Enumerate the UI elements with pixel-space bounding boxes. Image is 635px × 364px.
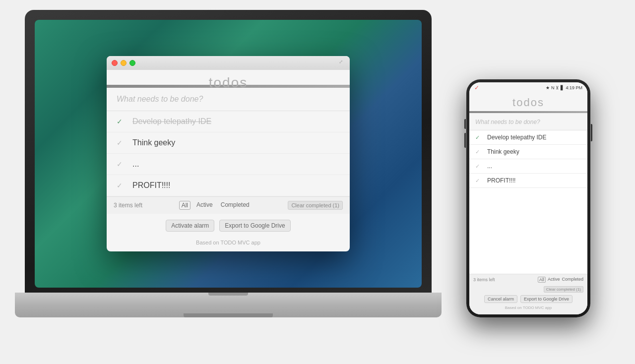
phone-check-icon: ✓ xyxy=(475,163,483,170)
mac-footer-credit: Based on TODO MVC app xyxy=(107,238,350,251)
resize-icon[interactable]: ⤢ xyxy=(339,59,346,66)
phone-input-area[interactable]: What needs to be done? xyxy=(469,113,587,130)
power-button[interactable] xyxy=(591,124,592,141)
nfc-icon: N xyxy=(551,85,555,90)
filter-active-button[interactable]: Active xyxy=(194,201,215,210)
mac-window: ⤢ todos What needs to be done? xyxy=(107,56,350,251)
todo-item[interactable]: ✓ Think geeky xyxy=(107,132,350,154)
phone-cancel-alarm-button[interactable]: Cancel alarm xyxy=(484,295,517,303)
activate-alarm-button[interactable]: Activate alarm xyxy=(166,220,214,232)
todo-item[interactable]: ✓ ... xyxy=(107,154,350,175)
todo-item[interactable]: ✓ PROFIT!!!! xyxy=(107,175,350,196)
phone-footer-credit: Based on TODO MVC app xyxy=(473,304,583,312)
phone-check-icon: ✓ xyxy=(475,134,483,141)
items-left-label: 3 items left xyxy=(114,202,142,209)
filter-all-button[interactable]: All xyxy=(179,201,190,210)
wifi-icon: ⊻ xyxy=(556,85,559,90)
clear-completed-button[interactable]: Clear completed (1) xyxy=(288,201,343,210)
phone-clear-completed-button[interactable]: Clear completed (1) xyxy=(544,286,583,293)
laptop-device: ⤢ todos What needs to be done? xyxy=(25,10,432,347)
phone-todo-item[interactable]: ✓ Think geeky xyxy=(469,145,587,159)
phone-todo-item[interactable]: ✓ ... xyxy=(469,159,587,174)
phone-device: ✓ ★ N ⊻ ▋ 4:19 PM todos What needs to be… xyxy=(466,79,590,317)
laptop-screen: ⤢ todos What needs to be done? xyxy=(35,20,422,288)
footer-credit-text: Based on TODO MVC app xyxy=(196,240,260,245)
mac-app-title: todos xyxy=(209,70,248,95)
laptop-body: ⤢ todos What needs to be done? xyxy=(25,10,432,293)
phone-action-buttons: Cancel alarm Export to Google Drive xyxy=(473,293,583,304)
phone-todo-item-text: ... xyxy=(487,163,492,170)
mac-maximize-button[interactable] xyxy=(129,60,135,66)
signal-icon: ▋ xyxy=(561,85,564,90)
phone-statusbar-left: ✓ xyxy=(474,84,479,91)
mac-minimize-button[interactable] xyxy=(121,60,127,66)
phone-filter-group: All Active Completed xyxy=(538,277,583,283)
phone-screen: ✓ ★ N ⊻ ▋ 4:19 PM todos What needs to be… xyxy=(469,82,587,314)
volume-down-button[interactable] xyxy=(464,133,466,148)
todo-item[interactable]: ✓ Develop telepathy IDE xyxy=(107,111,350,132)
todo-list: ✓ Develop telepathy IDE ✓ Think geeky ✓ xyxy=(107,111,350,196)
phone-todo-item[interactable]: ✓ Develop telepathy IDE xyxy=(469,130,587,145)
volume-up-button[interactable] xyxy=(464,119,466,129)
filter-completed-button[interactable]: Completed xyxy=(219,201,252,210)
check-icon: ✓ xyxy=(117,182,127,189)
mac-close-button[interactable] xyxy=(112,60,118,66)
phone-filter-completed-button[interactable]: Completed xyxy=(562,277,583,283)
mac-action-buttons: Activate alarm Export to Google Drive xyxy=(107,214,350,238)
phone-todo-list: ✓ Develop telepathy IDE ✓ Think geeky ✓ … xyxy=(469,130,587,274)
phone-footer-credit-text: Based on TODO MVC app xyxy=(505,305,552,310)
phone-footer-top: 3 items left All Active Completed xyxy=(473,277,583,283)
phone-check-mark: ✓ xyxy=(474,84,479,91)
todo-item-text: PROFIT!!!! xyxy=(132,181,170,190)
todo-footer: 3 items left All Active Completed Clear … xyxy=(107,196,350,214)
phone-todo-item-text: Develop telepathy IDE xyxy=(487,134,546,141)
phone-todo-item-text: PROFIT!!!! xyxy=(487,177,515,184)
check-icon: ✓ xyxy=(117,160,127,168)
todo-filter-group: All Active Completed xyxy=(179,201,252,210)
phone-input-placeholder: What needs to be done? xyxy=(475,119,540,125)
phone-statusbar-right: ★ N ⊻ ▋ 4:19 PM xyxy=(546,85,582,90)
laptop-notch xyxy=(208,293,248,296)
phone-export-gdrive-button[interactable]: Export to Google Drive xyxy=(520,295,572,303)
todo-input-placeholder: What needs to be done? xyxy=(117,95,203,103)
todo-item-text: Develop telepathy IDE xyxy=(132,117,211,126)
laptop-base xyxy=(15,293,442,317)
laptop-screen-bezel: ⤢ todos What needs to be done? xyxy=(35,20,422,288)
phone-statusbar: ✓ ★ N ⊻ ▋ 4:19 PM xyxy=(469,82,587,93)
phone-footer: 3 items left All Active Completed Clear … xyxy=(469,274,587,314)
phone-filter-all-button[interactable]: All xyxy=(538,277,546,283)
clock-label: 4:19 PM xyxy=(566,85,582,90)
phone-check-icon: ✓ xyxy=(475,178,483,184)
phone-body: ✓ ★ N ⊻ ▋ 4:19 PM todos What needs to be… xyxy=(466,79,590,317)
phone-items-left-label: 3 items left xyxy=(473,277,495,282)
phone-app-title: todos xyxy=(469,93,587,111)
todo-item-text: ... xyxy=(132,160,139,169)
bluetooth-icon: ★ xyxy=(546,85,550,90)
phone-check-icon: ✓ xyxy=(475,149,483,155)
todo-item-text: Think geeky xyxy=(132,138,175,147)
phone-todo-item-text: Think geeky xyxy=(487,148,519,155)
check-icon: ✓ xyxy=(117,139,127,147)
phone-filter-active-button[interactable]: Active xyxy=(548,277,560,283)
mac-traffic-lights xyxy=(112,60,135,66)
check-icon: ✓ xyxy=(117,118,127,125)
mac-titlebar: ⤢ xyxy=(107,56,350,70)
phone-todo-item[interactable]: ✓ PROFIT!!!! xyxy=(469,174,587,188)
export-gdrive-button[interactable]: Export to Google Drive xyxy=(219,220,290,232)
